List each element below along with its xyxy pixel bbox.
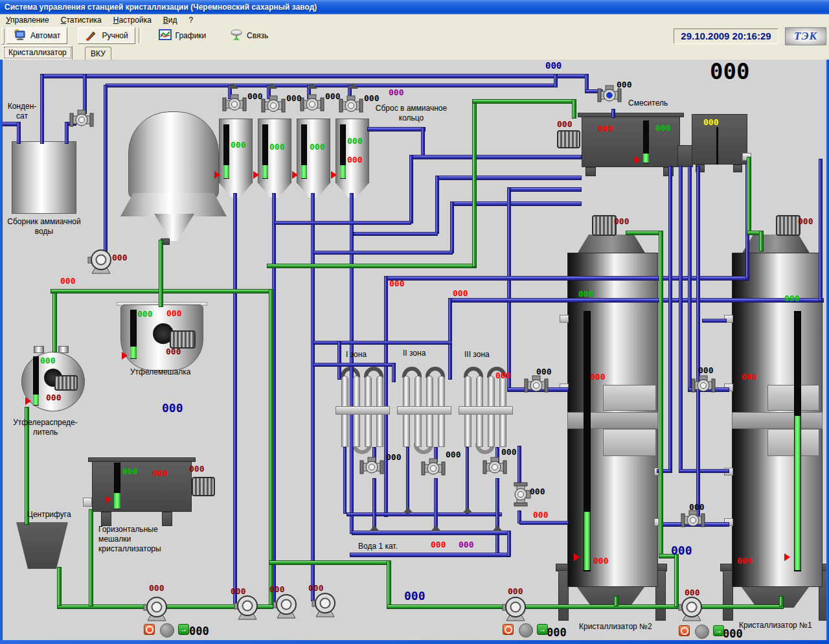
readout-k-7: 000 [446,450,460,459]
mixer-agitator-motor[interactable] [557,130,580,148]
menu-bar: УправлениеСтатистикаНастройкаВид? [0,14,829,27]
tab-1[interactable]: Кристаллизатор [3,45,73,60]
pump-2[interactable] [144,595,170,622]
crystallizer-2-motor[interactable] [592,215,617,236]
pipe-blue [611,109,615,118]
pipe-blue [507,187,582,192]
toolbar: АвтоматРучнойГрафикиСвязь 29.10.2009 20:… [0,26,829,45]
readout-m-53: 000 [798,216,813,226]
menu-item-4[interactable]: Вид [157,14,183,26]
readout-g-24: 000 [122,466,137,476]
status-lamp [160,623,174,638]
pump-7[interactable] [679,595,705,622]
valve-12[interactable] [681,511,705,530]
menu-item-5[interactable]: ? [183,14,199,26]
pipe-blue [104,85,108,252]
start-button[interactable]: → [713,625,724,636]
pipe-junction [492,525,503,531]
readout-g-26: 000 [784,293,799,303]
toolbar-button-автомат[interactable]: Автомат [6,27,67,44]
valve-1[interactable] [70,110,93,130]
pipe-green [269,560,389,565]
pipe-blue [343,447,346,514]
valve-10[interactable] [525,376,548,395]
equipment-label: Утфелераспреде- литель [12,418,79,437]
mixer-tank-leg [585,167,596,176]
pipe-green [89,509,93,606]
stop-button[interactable] [144,624,155,635]
menu-item-3[interactable]: Настройка [108,14,157,26]
tab-2[interactable]: ВКУ [85,47,111,60]
pipe-green [472,99,576,104]
crystallizer-1-dome [742,235,810,254]
pipe-blue [40,74,589,78]
valve-7[interactable] [360,457,383,477]
horizontal-mixer-leg [101,512,111,526]
readout-k-1: 000 [247,91,262,101]
valve-13[interactable] [511,483,530,506]
pump-3[interactable] [234,593,260,621]
massecuite-distributor-motor[interactable] [54,375,78,391]
valve-3[interactable] [262,96,285,115]
readout-r-33: 000 [453,288,468,298]
level-marker [292,171,302,179]
pipe-blue [435,176,439,234]
equipment-label: Вода 1 кат. [358,542,398,551]
pipe-green [626,231,663,235]
mixer-tank2-line [716,127,718,165]
mimic-diagram: → → →Конден- сатСборник аммиачной водыУт… [0,60,829,644]
pump-1[interactable] [88,247,114,275]
tek-logo: ТЭК [785,27,826,45]
toolbar-button-связь[interactable]: Связь [223,27,275,44]
level-marker [635,156,644,164]
stop-button[interactable] [503,624,514,635]
crystallizer-1-motor[interactable] [776,215,801,236]
stop-button[interactable] [679,625,690,636]
pump-6[interactable] [503,595,528,622]
pipe-blue [40,74,44,144]
pump-4[interactable] [273,592,299,619]
level-marker [784,553,794,561]
pipe-blue [448,298,452,380]
readout-g-20: 000 [347,136,362,146]
valve-11[interactable] [692,376,715,395]
pipe-junction [348,83,358,89]
start-button[interactable]: → [537,624,548,635]
pipe-blue [346,512,502,516]
pipe-blue [668,166,672,473]
menu-item-1[interactable]: Управление [0,14,55,26]
readout-m-47: 000 [231,586,245,596]
pump-5[interactable] [312,591,338,618]
monitor-icon [14,29,27,43]
valve-5[interactable] [339,96,363,115]
readout-n14-57: 000 [545,60,562,71]
window-border-right [826,60,829,644]
tab-bar: КристаллизаторВКУ [0,45,829,60]
readout-g-21: 000 [655,123,670,133]
readout-k-4: 000 [364,93,379,103]
readout-m-50: 000 [508,586,523,596]
pipe-green [57,567,62,606]
mixer-tank2-leg [733,165,742,172]
pipe-blue [519,521,569,525]
vacuum-vessel-dome [128,111,219,200]
pipe-green [52,291,57,352]
horizontal-mixer-motor[interactable] [192,477,215,496]
valve-4[interactable] [301,95,324,114]
menu-item-2[interactable]: Статистика [55,14,108,26]
horizontal-mixer-outlet [83,498,92,507]
start-button[interactable]: → [178,624,189,635]
pump-control-set-3: → [679,625,744,638]
toolbar-button-графики[interactable]: Графики [152,27,214,44]
pipe-flange [560,315,569,323]
readout-g-17: 000 [231,140,245,150]
valve-9[interactable] [483,457,506,477]
seed-tank-4-fill [340,165,346,178]
valve-2[interactable] [223,95,246,114]
toolbar-button-ручной[interactable]: Ручной [78,27,135,44]
massecuite-mixer-motor[interactable] [170,330,196,349]
level-marker [25,397,35,405]
pipe-junction [307,83,317,89]
valve-8[interactable] [422,459,445,478]
readout-big-13: 000 [710,58,749,84]
